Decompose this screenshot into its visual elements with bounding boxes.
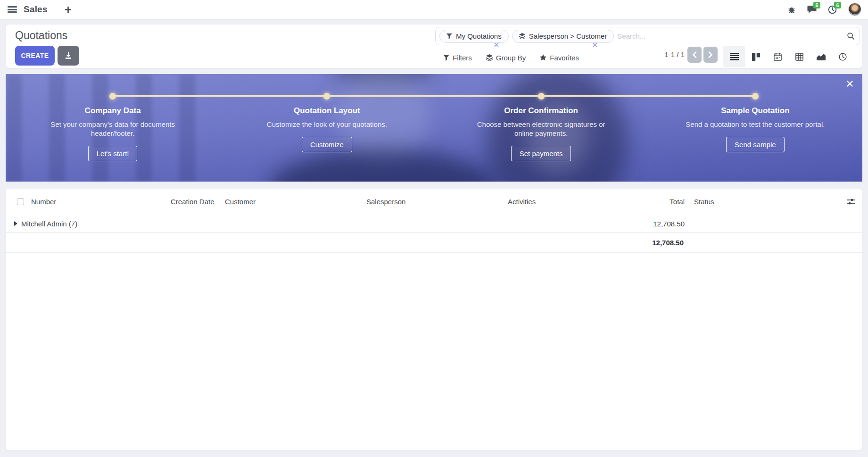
messages-icon[interactable]: 5 bbox=[807, 5, 817, 14]
list-view-icon bbox=[730, 53, 739, 60]
app-name[interactable]: Sales bbox=[24, 4, 48, 15]
step-quotation-layout: Quotation Layout Customize the look of y… bbox=[220, 106, 434, 161]
quotations-list: Number Creation Date Customer Salesperso… bbox=[6, 189, 862, 450]
table-footer-row: 12,708.50 bbox=[6, 233, 862, 253]
view-switch-pivot[interactable] bbox=[788, 46, 810, 67]
column-header-number[interactable]: Number bbox=[25, 198, 166, 206]
pager-next-button[interactable] bbox=[703, 47, 718, 63]
page-title: Quotations bbox=[15, 29, 67, 42]
search-options: Filters Group By Favorites bbox=[443, 50, 579, 66]
facet-remove-icon[interactable] bbox=[593, 42, 597, 47]
column-header-creation-date[interactable]: Creation Date bbox=[166, 198, 220, 206]
activity-view-icon bbox=[839, 53, 847, 61]
optional-columns-icon[interactable] bbox=[839, 198, 862, 205]
group-total: 12,708.50 bbox=[633, 220, 685, 228]
activities-clock-icon[interactable]: 6 bbox=[828, 5, 837, 14]
plus-icon[interactable] bbox=[65, 6, 72, 13]
set-payments-button[interactable]: Set payments bbox=[511, 146, 571, 161]
footer-total: 12,708.50 bbox=[632, 239, 684, 247]
column-header-activities[interactable]: Activities bbox=[503, 198, 633, 206]
customize-button[interactable]: Customize bbox=[302, 137, 352, 152]
facet-label: Salesperson > Customer bbox=[529, 32, 607, 40]
timeline-dot bbox=[752, 93, 759, 100]
search-bar[interactable]: My Quotations Salesperson > Customer bbox=[435, 27, 860, 45]
step-sample-quotation: Sample Quotation Send a quotation to tes… bbox=[648, 106, 862, 161]
chevron-right-icon bbox=[708, 51, 713, 58]
pivot-view-icon bbox=[795, 53, 803, 61]
layers-icon bbox=[519, 33, 525, 39]
apps-menu-icon[interactable] bbox=[8, 6, 17, 13]
onboarding-banner: Company Data Set your company's data for… bbox=[6, 74, 862, 182]
export-button[interactable] bbox=[58, 46, 79, 66]
favorites-button[interactable]: Favorites bbox=[540, 54, 579, 62]
graph-view-icon bbox=[817, 53, 826, 60]
column-header-customer[interactable]: Customer bbox=[220, 198, 362, 206]
view-switch-kanban[interactable] bbox=[745, 46, 767, 67]
caret-right-icon bbox=[14, 221, 17, 226]
calendar-view-icon bbox=[774, 53, 782, 61]
kanban-view-icon bbox=[752, 53, 760, 61]
chevron-left-icon bbox=[692, 51, 697, 58]
table-header-row: Number Creation Date Customer Salesperso… bbox=[6, 189, 862, 215]
filters-button[interactable]: Filters bbox=[443, 54, 472, 62]
create-button[interactable]: CREATE bbox=[15, 46, 55, 66]
onboarding-timeline bbox=[113, 95, 755, 97]
view-switch-graph[interactable] bbox=[810, 46, 832, 67]
column-header-total[interactable]: Total bbox=[633, 198, 689, 206]
pager-previous-button[interactable] bbox=[687, 47, 702, 63]
app-root: Sales 5 6 Quotat bbox=[0, 0, 868, 457]
debug-icon[interactable] bbox=[787, 5, 796, 14]
layers-icon bbox=[486, 54, 493, 61]
activities-count-badge: 6 bbox=[834, 2, 841, 8]
pager-range: 1-1 / 1 bbox=[647, 47, 685, 63]
control-panel: Quotations CREATE My Quotations Salesper… bbox=[6, 25, 862, 68]
search-facet-my-quotations[interactable]: My Quotations bbox=[439, 30, 509, 43]
systray: 5 6 bbox=[787, 3, 861, 16]
facet-remove-icon[interactable] bbox=[494, 42, 499, 47]
search-input[interactable] bbox=[617, 32, 847, 40]
lets-start-button[interactable]: Let's start! bbox=[88, 146, 138, 161]
column-header-status[interactable]: Status bbox=[689, 198, 839, 206]
view-switch-activity[interactable] bbox=[832, 46, 853, 67]
timeline-dot bbox=[109, 93, 116, 100]
column-header-salesperson[interactable]: Salesperson bbox=[362, 198, 503, 206]
select-all-checkbox[interactable] bbox=[17, 198, 24, 205]
view-switch-calendar[interactable] bbox=[767, 46, 788, 67]
banner-close-icon[interactable] bbox=[845, 79, 855, 89]
search-facet-groupby[interactable]: Salesperson > Customer bbox=[512, 30, 614, 43]
send-sample-button[interactable]: Send sample bbox=[726, 137, 785, 152]
search-icon[interactable] bbox=[847, 32, 855, 40]
timeline-dot bbox=[323, 93, 330, 100]
filter-icon bbox=[446, 33, 452, 39]
filter-icon bbox=[443, 55, 449, 61]
onboarding-steps: Company Data Set your company's data for… bbox=[6, 106, 862, 161]
download-icon bbox=[65, 52, 72, 59]
group-row-mitchell-admin[interactable]: Mitchell Admin (7) 12,708.50 bbox=[6, 215, 862, 233]
step-company-data: Company Data Set your company's data for… bbox=[6, 106, 220, 161]
messages-count-badge: 5 bbox=[813, 2, 820, 8]
star-icon bbox=[540, 54, 546, 61]
group-label: Mitchell Admin (7) bbox=[21, 220, 77, 228]
user-avatar[interactable] bbox=[848, 3, 861, 16]
step-order-confirmation: Order Confirmation Choose between electr… bbox=[434, 106, 648, 161]
group-by-button[interactable]: Group By bbox=[486, 54, 526, 62]
top-navbar: Sales 5 6 bbox=[0, 0, 868, 19]
view-switch-list[interactable] bbox=[723, 46, 745, 67]
facet-label: My Quotations bbox=[456, 32, 502, 40]
timeline-dot bbox=[538, 93, 545, 100]
view-switcher bbox=[723, 46, 853, 67]
